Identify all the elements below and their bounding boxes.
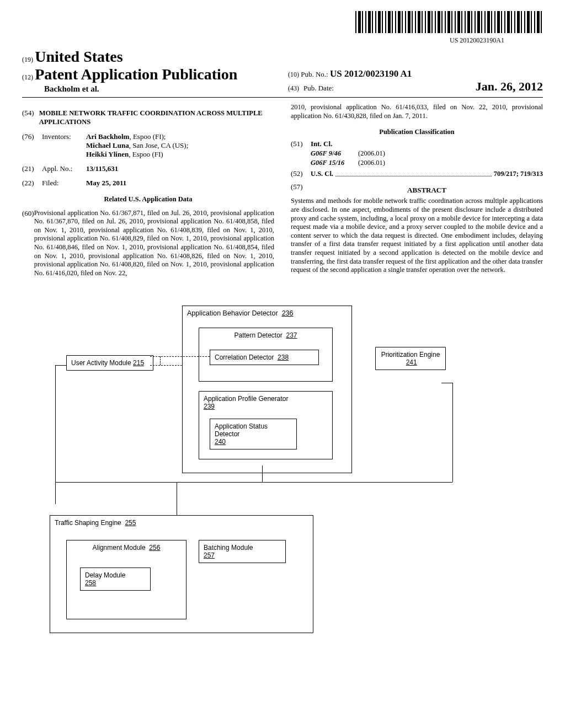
code-52: (52) <box>291 169 311 178</box>
barcode-region: US 20120023190A1 <box>22 11 543 45</box>
inventor-name: Heikki Ylinen <box>86 150 129 158</box>
box-label: Delay Module <box>85 571 125 579</box>
inventor-loc: , Espoo (FI) <box>129 150 163 158</box>
intcl-code: G06F 9/46 <box>311 149 358 158</box>
connector <box>55 482 452 483</box>
inventor-name: Ari Backholm <box>86 132 129 141</box>
left-column: (54) MOBILE NETWORK TRAFFIC COORDINATION… <box>22 103 274 278</box>
authors: Backholm et al. <box>44 84 277 94</box>
box-num: 255 <box>125 519 136 527</box>
inventor-loc: , San Jose, CA (US); <box>129 141 189 149</box>
box-label: User Activity Module <box>71 359 131 367</box>
code-54: (54) <box>22 109 39 127</box>
right-column: 2010, provisional application No. 61/416… <box>291 103 543 278</box>
connector-dashed <box>150 356 210 357</box>
box-num: 240 <box>215 438 226 446</box>
filed-date: May 25, 2011 <box>86 179 274 188</box>
connector <box>441 383 452 383</box>
abstract-label: ABSTRACT <box>311 186 543 195</box>
code-60: (60) <box>22 209 34 278</box>
body-columns: (54) MOBILE NETWORK TRAFFIC COORDINATION… <box>22 103 543 278</box>
country: United States <box>35 48 122 65</box>
box-batching-module: Batching Module 257 <box>199 540 286 563</box>
box-label: Application Status Detector <box>215 422 268 438</box>
connector-dashed <box>150 365 182 366</box>
intcl-code: G06F 15/16 <box>311 159 358 167</box>
box-app-status-detector: Application Status Detector 240 <box>210 419 297 449</box>
box-num: 241 <box>406 358 417 366</box>
inventors-list: Ari Backholm, Espoo (FI); Michael Luna, … <box>86 132 274 159</box>
pub-class-heading: Publication Classification <box>291 128 543 136</box>
header: (19) United States (12) Patent Applicati… <box>22 48 543 94</box>
intcl-year: (2006.01) <box>358 159 543 167</box>
connector <box>55 482 56 504</box>
box-label: Traffic Shaping Engine <box>55 519 121 527</box>
code-76: (76) <box>22 132 42 159</box>
intcl-year: (2006.01) <box>358 149 543 158</box>
appl-no-label: Appl. No.: <box>42 164 86 173</box>
code-57: (57) <box>291 183 311 195</box>
box-label: Application Behavior Detector <box>187 309 278 317</box>
code-21: (21) <box>22 164 42 173</box>
box-num: 256 <box>149 544 160 552</box>
inventor-loc: , Espoo (FI); <box>129 132 166 141</box>
box-num: 215 <box>133 359 144 367</box>
box-num: 258 <box>85 579 96 587</box>
invention-title: MOBILE NETWORK TRAFFIC COORDINATION ACRO… <box>39 109 274 127</box>
abstract-text: Systems and methods for mobile network t… <box>291 197 543 275</box>
barcode-icon <box>355 11 543 33</box>
inventors-label: Inventors: <box>42 132 86 159</box>
dotted-leader <box>335 170 492 176</box>
box-label: Prioritization Engine <box>381 351 440 358</box>
connector-dashed <box>160 356 161 365</box>
connector <box>262 465 263 482</box>
provisional-text: Provisional application No. 61/367,871, … <box>34 209 274 278</box>
box-num: 257 <box>204 552 215 559</box>
code-51: (51) <box>291 140 311 167</box>
box-label: Application Profile Generator <box>204 395 288 403</box>
uscl-label: U.S. Cl. <box>311 170 333 178</box>
barcode-number: US 20120023190A1 <box>22 36 504 45</box>
connector <box>55 365 66 366</box>
box-label: Batching Module <box>204 544 253 552</box>
box-num: 236 <box>282 309 294 317</box>
code-10: (10) <box>288 71 299 78</box>
connector <box>452 383 453 482</box>
pub-no: US 2012/0023190 A1 <box>330 68 412 79</box>
intcl-label: Int. Cl. <box>311 140 543 148</box>
code-43: (43) <box>288 84 299 93</box>
box-delay-module: Delay Module 258 <box>80 568 151 591</box>
box-correlation-detector: Correlation Detector 238 <box>210 350 319 365</box>
box-label: Correlation Detector <box>215 354 274 361</box>
publication-type: Patent Application Publication <box>35 66 237 83</box>
provisional-cont: 2010, provisional application No. 61/416… <box>291 103 543 120</box>
pub-date: Jan. 26, 2012 <box>476 79 543 94</box>
pub-date-label: Pub. Date: <box>303 84 334 93</box>
diagram: User Activity Module 215 Application Beh… <box>22 295 543 647</box>
box-prioritization-engine: Prioritization Engine 241 <box>375 347 446 370</box>
uscl-values: 709/217; 719/313 <box>494 170 543 178</box>
filed-label: Filed: <box>42 179 86 188</box>
connector <box>55 365 56 482</box>
inventor-name: Michael Luna <box>86 141 129 149</box>
box-num: 237 <box>286 331 297 339</box>
code-12: (12) <box>22 73 33 81</box>
code-19: (19) <box>22 56 33 63</box>
code-22: (22) <box>22 179 42 188</box>
box-label: Alignment Module <box>93 544 146 552</box>
box-num: 239 <box>204 403 215 410</box>
box-label: Pattern Detector <box>234 331 282 339</box>
appl-no: 13/115,631 <box>86 164 274 173</box>
box-num: 238 <box>278 354 289 361</box>
related-heading: Related U.S. Application Data <box>22 195 274 204</box>
pub-no-label: Pub. No.: <box>301 70 328 78</box>
connector <box>177 482 177 515</box>
separator <box>22 97 543 98</box>
box-user-activity: User Activity Module 215 <box>66 355 153 371</box>
